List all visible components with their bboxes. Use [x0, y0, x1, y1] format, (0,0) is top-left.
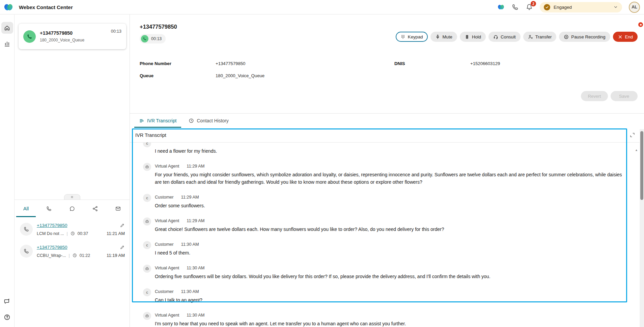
app-title: Webex Contact Center	[19, 4, 73, 10]
message-sender: Virtual Agent	[155, 265, 179, 271]
filter-tab-calls-icon[interactable]	[37, 200, 60, 217]
phone-number-label: Phone Number	[140, 61, 216, 66]
message-sender: Virtual Agent	[155, 164, 179, 169]
end-button[interactable]: End	[613, 32, 638, 42]
history-item[interactable]: +13477579850CCBU_Wrap-...|01:2211:19 AM	[15, 240, 130, 262]
detail-actions: Revert Save	[130, 91, 644, 101]
transcript-messages: cCustomerI need a flower for my friends.…	[130, 143, 644, 327]
webex-app-icon[interactable]	[497, 3, 505, 11]
transcript-message: Virtual Agent11:29 AMGreat choice! Sunfl…	[143, 217, 625, 233]
call-controls: KeypadMuteHoldConsultTransferPause Recor…	[396, 32, 638, 42]
keypad-button[interactable]: Keypad	[396, 32, 428, 42]
message-time: 11:30 AM	[181, 242, 199, 247]
tab-contact-history[interactable]: Contact History	[184, 114, 233, 128]
scroll-up-arrow-icon[interactable]: ▲	[635, 148, 638, 152]
dnis-label: DNIS	[394, 61, 470, 66]
scrollbar-thumb[interactable]	[640, 131, 643, 200]
mute-button[interactable]: Mute	[430, 32, 457, 42]
call-icon	[23, 30, 36, 43]
transcript-icon	[139, 118, 144, 123]
panel-spacer	[15, 49, 130, 200]
pause-recording-button[interactable]: Pause Recording	[559, 32, 610, 42]
message-time: 11:30 AM	[187, 313, 204, 318]
history-number-link[interactable]: +13477579850	[37, 223, 67, 228]
agent-status-dropdown[interactable]: Engaged	[540, 2, 622, 12]
recording-indicator-dot	[638, 22, 643, 27]
message-time: 11:29 AM	[181, 195, 199, 200]
message-text: Great choice! Sunflowers are twelve doll…	[155, 226, 625, 233]
customer-avatar: c	[143, 288, 151, 296]
edit-pencil-icon[interactable]	[120, 245, 125, 250]
call-details: Phone Number +13477579850 DNIS +15206603…	[130, 61, 644, 78]
customer-avatar: c	[143, 241, 151, 249]
history-filter-tabs: All	[15, 200, 130, 217]
transcript-title: IVR Transcript	[135, 132, 166, 138]
transcript-header: IVR Transcript	[130, 128, 644, 143]
hold-button[interactable]: Hold	[460, 32, 486, 42]
filter-tab-chat-icon[interactable]	[60, 200, 83, 217]
message-text: Ordering five sunflowers will be sixty d…	[155, 273, 625, 280]
transfer-button[interactable]: Transfer	[523, 32, 557, 42]
user-avatar[interactable]: AL	[629, 2, 640, 13]
message-time: 11:29 AM	[187, 218, 204, 224]
message-sender: Virtual Agent	[155, 313, 179, 318]
separator: |	[67, 231, 68, 236]
expand-icon[interactable]	[629, 132, 635, 138]
virtual-agent-avatar	[143, 265, 151, 273]
history-item[interactable]: +13477579850LCM Do not ...|00:3711:21 AM	[15, 218, 130, 240]
separator: |	[69, 253, 70, 258]
main-area: +13477579850 00:13 KeypadMuteHoldConsult…	[130, 14, 644, 327]
call-timer-pill: 00:13	[140, 34, 166, 43]
call-history-list: +13477579850LCM Do not ...|00:3711:21 AM…	[15, 217, 130, 265]
call-timer: 00:13	[151, 36, 162, 41]
active-call-queue: 180_2000_Voice_Queue	[40, 38, 84, 42]
virtual-agent-avatar	[143, 217, 151, 226]
message-sender: Customer	[155, 195, 173, 200]
call-header: +13477579850 00:13 KeypadMuteHoldConsult…	[130, 14, 644, 43]
notifications-bell-icon[interactable]: 2	[526, 3, 533, 11]
content-tabs: IVR Transcript Contact History	[130, 114, 644, 128]
history-queue: CCBU_Wrap-...	[37, 253, 66, 258]
call-title: +13477579850	[140, 24, 177, 30]
message-text: For your friends, you might consider sun…	[155, 171, 625, 186]
revert-button[interactable]: Revert	[581, 91, 608, 101]
virtual-agent-avatar	[143, 312, 151, 320]
top-header: Webex Contact Center 2 Engaged AL	[0, 0, 644, 14]
filter-tab-email-icon[interactable]	[107, 200, 130, 217]
duration-clock-icon	[73, 253, 77, 258]
webex-logo-icon	[3, 3, 13, 11]
active-call-card[interactable]: +13477579850 180_2000_Voice_Queue 00:13	[19, 24, 126, 49]
message-text: Can I talk to an agent?	[155, 296, 625, 304]
consult-button[interactable]: Consult	[488, 32, 521, 42]
transcript-message: cCustomerI need a flower for my friends.	[143, 143, 625, 155]
transcript-message: cCustomer11:29 AMOrder some sunflowers.	[143, 194, 625, 209]
home-nav-icon[interactable]	[1, 22, 13, 34]
queue-value: 180_2000_Voice_Queue	[216, 73, 394, 78]
message-sender: Virtual Agent	[155, 218, 179, 224]
tab-ivr-transcript[interactable]: IVR Transcript	[134, 114, 181, 128]
transcript-message: cCustomer11:30 AMI need 5 of them.	[143, 241, 625, 257]
analytics-nav-icon[interactable]	[1, 38, 13, 50]
message-text: Order some sunflowers.	[155, 202, 625, 209]
call-timer-phone-icon	[141, 35, 148, 42]
save-button[interactable]: Save	[611, 91, 638, 101]
message-time: 11:30 AM	[181, 289, 199, 294]
filter-tab-all[interactable]: All	[15, 200, 37, 217]
message-text: I'm sorry to hear that you need to speak…	[155, 320, 625, 327]
dialer-icon[interactable]	[511, 3, 519, 11]
page-scrollbar[interactable]	[640, 129, 644, 327]
phone-number-value: +13477579850	[216, 61, 394, 66]
chevron-down-icon	[613, 5, 618, 9]
edit-pencil-icon[interactable]	[120, 223, 125, 228]
history-number-link[interactable]: +13477579850	[37, 245, 67, 250]
nav-rail	[0, 14, 15, 327]
help-icon[interactable]	[1, 311, 13, 323]
ivr-transcript-panel: IVR Transcript cCustomerI need a flower …	[130, 128, 644, 327]
filter-tab-social-icon[interactable]	[84, 200, 107, 217]
dnis-value: +15206603129	[470, 61, 638, 66]
message-sender: Customer	[155, 242, 173, 247]
notification-badge: 2	[531, 1, 536, 6]
feedback-icon[interactable]	[1, 295, 13, 307]
history-call-icon	[20, 245, 33, 258]
panel-drag-handle[interactable]	[64, 194, 80, 200]
